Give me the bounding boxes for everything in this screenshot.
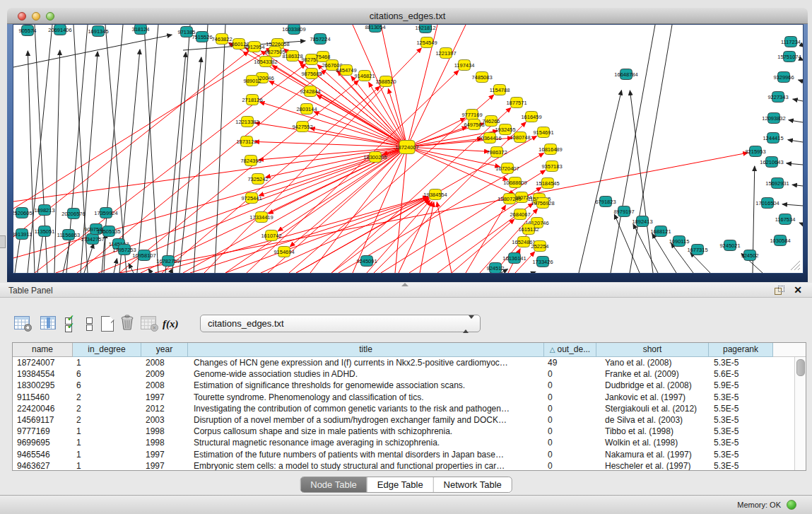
graph-edge[interactable] bbox=[172, 25, 190, 273]
graph-node[interactable]: 1921812 bbox=[415, 25, 435, 33]
column-header-title[interactable]: title bbox=[188, 343, 544, 357]
graph-node[interactable]: 905574 bbox=[18, 25, 36, 36]
graph-node[interactable]: 7485083 bbox=[471, 72, 492, 83]
graph-node[interactable]: 15751074 bbox=[777, 52, 801, 62]
graph-node[interactable]: 10688609 bbox=[503, 177, 526, 188]
graph-node[interactable]: 924512 bbox=[486, 263, 504, 274]
graph-edge[interactable] bbox=[137, 25, 158, 273]
graph-edge[interactable] bbox=[792, 185, 803, 186]
graph-node[interactable]: 7824393 bbox=[240, 156, 261, 166]
graph-node[interactable]: 11156863 bbox=[57, 230, 80, 240]
graph-node[interactable]: 16782759 bbox=[156, 256, 180, 267]
graph-node[interactable]: 20691406 bbox=[48, 25, 71, 35]
graph-node[interactable]: 1197434 bbox=[454, 60, 475, 71]
graph-node[interactable]: 12093832 bbox=[762, 113, 785, 124]
graph-node[interactable]: 1080748 bbox=[510, 132, 530, 143]
show-columns-button[interactable] bbox=[40, 316, 56, 329]
graph-edge[interactable] bbox=[793, 99, 803, 101]
graph-node[interactable]: 20364416 bbox=[478, 133, 501, 144]
split-gripper-icon[interactable] bbox=[401, 283, 408, 286]
unselect-all-button[interactable] bbox=[85, 316, 93, 332]
table-row[interactable]: 946362711997Embryonic stem cells: a mode… bbox=[13, 460, 806, 471]
graph-edge[interactable] bbox=[579, 90, 621, 273]
table-selector-dropdown[interactable]: citations_edges.txt bbox=[200, 315, 481, 332]
graph-edge[interactable] bbox=[84, 243, 94, 273]
graph-edge[interactable] bbox=[13, 48, 271, 209]
table-row[interactable]: 1456911722003Disruption of a novel membe… bbox=[13, 414, 806, 426]
graph-edge[interactable] bbox=[260, 102, 407, 147]
scrollbar-thumb[interactable] bbox=[796, 359, 805, 376]
graph-node[interactable]: 1615132 bbox=[518, 224, 539, 235]
graph-node[interactable]: 15692931 bbox=[765, 178, 789, 189]
graph-node[interactable]: 15184545 bbox=[536, 178, 559, 189]
graph-edge[interactable] bbox=[289, 95, 494, 273]
graph-node[interactable]: 924502 bbox=[741, 250, 758, 261]
table-row[interactable]: 1938455462009Genome-wide association stu… bbox=[13, 368, 806, 380]
graph-node[interactable]: 17342757 bbox=[81, 234, 104, 245]
delete-table-button[interactable]: ✕ bbox=[141, 316, 156, 329]
graph-node[interactable]: 1167534 bbox=[775, 214, 796, 225]
memory-ok-indicator[interactable] bbox=[787, 500, 796, 510]
graph-edge[interactable] bbox=[129, 264, 134, 273]
graph-node[interactable]: 7515526 bbox=[192, 32, 212, 42]
select-all-button[interactable]: ✓✓ bbox=[64, 316, 76, 332]
column-header-short[interactable]: short bbox=[596, 343, 709, 357]
table-row[interactable]: 946554611997Estimation of the future num… bbox=[13, 449, 806, 460]
graph-node[interactable]: 1254549 bbox=[416, 37, 437, 48]
graph-node[interactable]: 989012 bbox=[243, 76, 261, 86]
graph-edge[interactable] bbox=[799, 80, 803, 81]
graph-edge[interactable] bbox=[437, 202, 452, 273]
graph-edge[interactable] bbox=[190, 197, 428, 273]
graph-node[interactable]: 1898213 bbox=[34, 205, 54, 216]
graph-node[interactable]: 2520605 bbox=[13, 208, 33, 218]
graph-node[interactable]: 1610742 bbox=[261, 230, 281, 241]
graph-node[interactable]: 252254 bbox=[531, 241, 548, 252]
graph-node[interactable]: 19756928 bbox=[531, 198, 554, 209]
graph-node[interactable]: 7325242 bbox=[247, 174, 268, 185]
function-builder-button[interactable]: f(x) bbox=[163, 317, 179, 330]
graph-node[interactable]: 2718126 bbox=[242, 95, 262, 105]
graph-edge[interactable] bbox=[269, 81, 407, 147]
graph-node[interactable]: 746266 bbox=[482, 116, 500, 127]
graph-node[interactable]: 8186328 bbox=[282, 51, 302, 62]
graph-edge[interactable] bbox=[533, 271, 536, 273]
graph-node[interactable]: 16136141 bbox=[502, 253, 526, 264]
graph-node[interactable]: 9227343 bbox=[767, 92, 788, 103]
network-canvas[interactable]: 7463822986012889129541522605898275051654… bbox=[13, 24, 804, 274]
graph-node[interactable]: 1733426 bbox=[532, 257, 553, 267]
graph-edge[interactable] bbox=[180, 57, 201, 273]
graph-node[interactable]: 16958107 bbox=[132, 250, 155, 261]
tab-node-table[interactable]: Node Table bbox=[300, 477, 367, 492]
graph-edge[interactable] bbox=[787, 163, 803, 165]
graph-edge[interactable] bbox=[782, 204, 803, 206]
graph-edge[interactable] bbox=[13, 35, 172, 67]
graph-node[interactable]: 1932455 bbox=[495, 124, 515, 135]
graph-edge[interactable] bbox=[148, 269, 151, 273]
close-panel-button[interactable]: ✕ bbox=[794, 284, 802, 296]
graph-node[interactable]: 1221397 bbox=[435, 48, 456, 59]
graph-node[interactable]: 12213383 bbox=[235, 117, 259, 127]
vertical-scrollbar[interactable] bbox=[794, 357, 806, 470]
graph-edge[interactable] bbox=[789, 120, 803, 122]
graph-node[interactable]: 6791823 bbox=[595, 197, 616, 207]
column-header-out_de[interactable]: △out_de... bbox=[544, 343, 596, 357]
graph-edge[interactable] bbox=[278, 147, 407, 231]
graph-edge[interactable] bbox=[690, 252, 710, 273]
network-graph[interactable]: 7463822986012889129541522605898275051654… bbox=[13, 25, 803, 273]
graph-node[interactable]: 13505135 bbox=[97, 226, 120, 237]
graph-node[interactable]: 1244415 bbox=[763, 133, 783, 144]
graph-node[interactable]: 9329966 bbox=[773, 72, 794, 83]
graph-node[interactable]: 1616459 bbox=[521, 112, 541, 122]
graph-node[interactable]: 318124 bbox=[131, 25, 149, 35]
graph-node[interactable]: 7986372 bbox=[486, 147, 507, 158]
graph-node[interactable]: 16210643 bbox=[760, 157, 783, 168]
graph-node[interactable]: 16033809 bbox=[282, 25, 305, 35]
graph-edge[interactable] bbox=[144, 25, 158, 273]
column-header-in_degree[interactable]: in_degree bbox=[73, 343, 141, 357]
graph-node[interactable]: 16720407 bbox=[495, 163, 519, 174]
graph-node[interactable]: 8912954 bbox=[244, 42, 264, 52]
tab-network-table[interactable]: Network Table bbox=[434, 477, 512, 492]
column-header-year[interactable]: year bbox=[141, 343, 188, 357]
table-row[interactable]: 977716911998Corpus callosum shape and si… bbox=[13, 426, 806, 437]
tab-edge-table[interactable]: Edge Table bbox=[367, 477, 434, 492]
